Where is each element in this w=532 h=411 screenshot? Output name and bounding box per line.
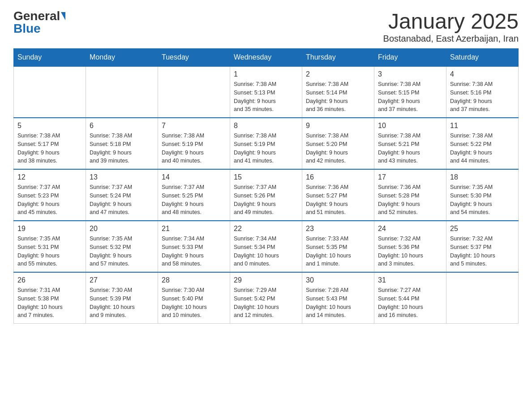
calendar-cell: 27Sunrise: 7:30 AM Sunset: 5:39 PM Dayli… <box>86 272 158 324</box>
calendar-header-tuesday: Tuesday <box>158 49 230 67</box>
day-number: 16 <box>306 173 370 181</box>
calendar-cell: 26Sunrise: 7:31 AM Sunset: 5:38 PM Dayli… <box>14 272 86 324</box>
day-number: 25 <box>450 225 515 233</box>
day-info: Sunrise: 7:35 AM Sunset: 5:31 PM Dayligh… <box>17 235 82 268</box>
day-number: 12 <box>17 173 82 181</box>
day-info: Sunrise: 7:30 AM Sunset: 5:39 PM Dayligh… <box>90 286 154 320</box>
calendar-cell: 5Sunrise: 7:38 AM Sunset: 5:17 PM Daylig… <box>14 118 86 169</box>
day-number: 31 <box>378 276 442 284</box>
calendar-cell: 19Sunrise: 7:35 AM Sunset: 5:31 PM Dayli… <box>14 221 86 272</box>
day-number: 24 <box>378 225 442 233</box>
day-number: 10 <box>378 122 442 130</box>
day-info: Sunrise: 7:38 AM Sunset: 5:21 PM Dayligh… <box>378 132 442 165</box>
calendar-cell <box>86 66 158 118</box>
day-info: Sunrise: 7:35 AM Sunset: 5:32 PM Dayligh… <box>90 235 154 268</box>
day-info: Sunrise: 7:38 AM Sunset: 5:22 PM Dayligh… <box>450 132 515 165</box>
calendar-cell: 31Sunrise: 7:27 AM Sunset: 5:44 PM Dayli… <box>374 272 446 324</box>
day-number: 23 <box>306 225 370 233</box>
day-info: Sunrise: 7:35 AM Sunset: 5:30 PM Dayligh… <box>450 183 515 217</box>
day-info: Sunrise: 7:34 AM Sunset: 5:33 PM Dayligh… <box>162 235 226 268</box>
day-info: Sunrise: 7:31 AM Sunset: 5:38 PM Dayligh… <box>17 286 82 320</box>
day-info: Sunrise: 7:38 AM Sunset: 5:14 PM Dayligh… <box>306 80 370 114</box>
week-row-5: 26Sunrise: 7:31 AM Sunset: 5:38 PM Dayli… <box>14 272 519 324</box>
logo: General Blue <box>13 9 66 36</box>
calendar-cell: 30Sunrise: 7:28 AM Sunset: 5:43 PM Dayli… <box>302 272 374 324</box>
day-number: 17 <box>378 173 442 181</box>
calendar-cell: 6Sunrise: 7:38 AM Sunset: 5:18 PM Daylig… <box>86 118 158 169</box>
day-number: 1 <box>234 70 298 78</box>
day-info: Sunrise: 7:38 AM Sunset: 5:20 PM Dayligh… <box>306 132 370 165</box>
day-number: 8 <box>234 122 298 130</box>
logo-triangle-icon <box>61 12 65 20</box>
day-info: Sunrise: 7:38 AM Sunset: 5:13 PM Dayligh… <box>234 80 298 114</box>
day-number: 9 <box>306 122 370 130</box>
calendar-cell: 9Sunrise: 7:38 AM Sunset: 5:20 PM Daylig… <box>302 118 374 169</box>
calendar-cell: 3Sunrise: 7:38 AM Sunset: 5:15 PM Daylig… <box>374 66 446 118</box>
calendar-cell: 4Sunrise: 7:38 AM Sunset: 5:16 PM Daylig… <box>446 66 519 118</box>
week-row-3: 12Sunrise: 7:37 AM Sunset: 5:23 PM Dayli… <box>14 169 519 221</box>
calendar-header-friday: Friday <box>374 49 446 67</box>
page-header: General Blue January 2025 Bostanabad, Ea… <box>13 9 519 44</box>
calendar-header-row: SundayMondayTuesdayWednesdayThursdayFrid… <box>14 49 519 67</box>
day-info: Sunrise: 7:37 AM Sunset: 5:25 PM Dayligh… <box>162 183 226 217</box>
day-number: 5 <box>17 122 82 130</box>
day-number: 18 <box>450 173 515 181</box>
location-text: Bostanabad, East Azerbaijan, Iran <box>383 34 519 44</box>
week-row-4: 19Sunrise: 7:35 AM Sunset: 5:31 PM Dayli… <box>14 221 519 272</box>
calendar-header-thursday: Thursday <box>302 49 374 67</box>
day-number: 14 <box>162 173 226 181</box>
calendar-header-monday: Monday <box>86 49 158 67</box>
day-info: Sunrise: 7:36 AM Sunset: 5:28 PM Dayligh… <box>378 183 442 217</box>
day-number: 19 <box>17 225 82 233</box>
month-title: January 2025 <box>383 9 519 34</box>
calendar-cell: 2Sunrise: 7:38 AM Sunset: 5:14 PM Daylig… <box>302 66 374 118</box>
day-number: 2 <box>306 70 370 78</box>
day-number: 26 <box>17 276 82 284</box>
week-row-1: 1Sunrise: 7:38 AM Sunset: 5:13 PM Daylig… <box>14 66 519 118</box>
calendar-cell: 11Sunrise: 7:38 AM Sunset: 5:22 PM Dayli… <box>446 118 519 169</box>
title-section: January 2025 Bostanabad, East Azerbaijan… <box>383 9 519 44</box>
day-info: Sunrise: 7:38 AM Sunset: 5:19 PM Dayligh… <box>234 132 298 165</box>
day-info: Sunrise: 7:36 AM Sunset: 5:27 PM Dayligh… <box>306 183 370 217</box>
week-row-2: 5Sunrise: 7:38 AM Sunset: 5:17 PM Daylig… <box>14 118 519 169</box>
day-info: Sunrise: 7:38 AM Sunset: 5:15 PM Dayligh… <box>378 80 442 114</box>
day-number: 30 <box>306 276 370 284</box>
calendar-cell: 18Sunrise: 7:35 AM Sunset: 5:30 PM Dayli… <box>446 169 519 221</box>
calendar-cell: 16Sunrise: 7:36 AM Sunset: 5:27 PM Dayli… <box>302 169 374 221</box>
calendar-cell: 13Sunrise: 7:37 AM Sunset: 5:24 PM Dayli… <box>86 169 158 221</box>
calendar-cell: 28Sunrise: 7:30 AM Sunset: 5:40 PM Dayli… <box>158 272 230 324</box>
calendar-cell: 24Sunrise: 7:32 AM Sunset: 5:36 PM Dayli… <box>374 221 446 272</box>
day-info: Sunrise: 7:28 AM Sunset: 5:43 PM Dayligh… <box>306 286 370 320</box>
day-info: Sunrise: 7:27 AM Sunset: 5:44 PM Dayligh… <box>378 286 442 320</box>
calendar-cell: 29Sunrise: 7:29 AM Sunset: 5:42 PM Dayli… <box>230 272 302 324</box>
calendar-cell: 23Sunrise: 7:33 AM Sunset: 5:35 PM Dayli… <box>302 221 374 272</box>
calendar-cell: 10Sunrise: 7:38 AM Sunset: 5:21 PM Dayli… <box>374 118 446 169</box>
day-number: 3 <box>378 70 442 78</box>
calendar-cell: 17Sunrise: 7:36 AM Sunset: 5:28 PM Dayli… <box>374 169 446 221</box>
calendar-table: SundayMondayTuesdayWednesdayThursdayFrid… <box>13 48 519 324</box>
calendar-cell <box>446 272 519 324</box>
day-info: Sunrise: 7:37 AM Sunset: 5:24 PM Dayligh… <box>90 183 154 217</box>
calendar-cell: 7Sunrise: 7:38 AM Sunset: 5:19 PM Daylig… <box>158 118 230 169</box>
calendar-cell: 12Sunrise: 7:37 AM Sunset: 5:23 PM Dayli… <box>14 169 86 221</box>
day-info: Sunrise: 7:38 AM Sunset: 5:16 PM Dayligh… <box>450 80 515 114</box>
calendar-header-sunday: Sunday <box>14 49 86 67</box>
calendar-cell <box>158 66 230 118</box>
day-number: 6 <box>90 122 154 130</box>
day-number: 11 <box>450 122 515 130</box>
calendar-cell <box>14 66 86 118</box>
calendar-cell: 1Sunrise: 7:38 AM Sunset: 5:13 PM Daylig… <box>230 66 302 118</box>
day-number: 28 <box>162 276 226 284</box>
calendar-cell: 15Sunrise: 7:37 AM Sunset: 5:26 PM Dayli… <box>230 169 302 221</box>
day-number: 27 <box>90 276 154 284</box>
calendar-header-wednesday: Wednesday <box>230 49 302 67</box>
day-number: 7 <box>162 122 226 130</box>
calendar-cell: 25Sunrise: 7:32 AM Sunset: 5:37 PM Dayli… <box>446 221 519 272</box>
calendar-header-saturday: Saturday <box>446 49 519 67</box>
day-info: Sunrise: 7:38 AM Sunset: 5:19 PM Dayligh… <box>162 132 226 165</box>
day-info: Sunrise: 7:32 AM Sunset: 5:37 PM Dayligh… <box>450 235 515 268</box>
day-info: Sunrise: 7:34 AM Sunset: 5:34 PM Dayligh… <box>234 235 298 268</box>
day-info: Sunrise: 7:33 AM Sunset: 5:35 PM Dayligh… <box>306 235 370 268</box>
day-info: Sunrise: 7:38 AM Sunset: 5:17 PM Dayligh… <box>17 132 82 165</box>
day-info: Sunrise: 7:37 AM Sunset: 5:26 PM Dayligh… <box>234 183 298 217</box>
